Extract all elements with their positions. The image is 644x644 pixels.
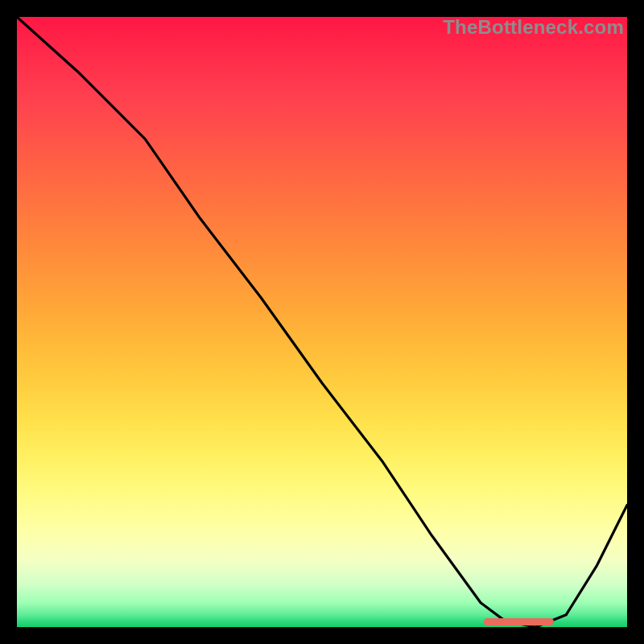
optimal-range-marker (484, 618, 554, 625)
chart-frame: TheBottleneck.com (17, 17, 627, 627)
bottleneck-curve (17, 17, 627, 627)
